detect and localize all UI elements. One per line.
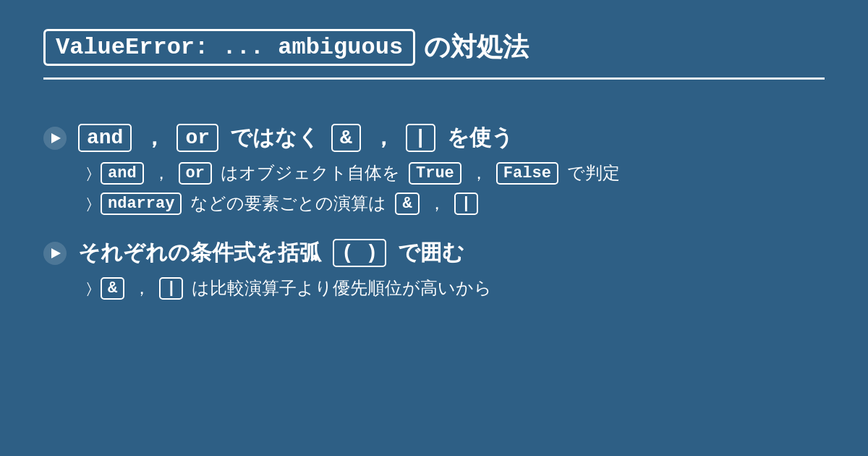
- main-item-2: それぞれの条件式を括弧 ( ) で囲む 〉 & ， | は比較演算子より優先順位…: [43, 238, 825, 300]
- content: and ， or ではなく & ， | を使う 〉 and ， or はオブジェ…: [43, 123, 825, 300]
- sub-row-1-1: 〉 and ， or はオブジェクト自体を True ， False で判定: [87, 161, 825, 185]
- sub-code-pipe-3: |: [159, 277, 183, 300]
- text-de-kakomu: で囲む: [398, 238, 464, 268]
- code-or-1: or: [176, 124, 218, 152]
- code-amp-1: &: [331, 124, 361, 152]
- sub-row-2-1: 〉 & ， | は比較演算子より優先順位が高いから: [87, 276, 825, 300]
- main-row-1: and ， or ではなく & ， | を使う: [43, 123, 825, 153]
- sub-code-and: and: [101, 162, 144, 185]
- title-divider: [43, 77, 825, 80]
- chevron-outline-icon-2-1: 〉: [87, 280, 92, 297]
- code-and-1: and: [78, 124, 132, 152]
- sub-items-1: 〉 and ， or はオブジェクト自体を True ， False で判定 〉…: [43, 161, 825, 215]
- sub-code-or: or: [179, 162, 212, 185]
- title-section: ValueError: ... ambiguous の対処法: [43, 29, 825, 80]
- chevron-filled-icon-2: [43, 242, 67, 265]
- chevron-outline-icon-1-2: 〉: [87, 195, 92, 212]
- text-comma-2: ，: [373, 123, 394, 153]
- code-parens: ( ): [333, 239, 386, 267]
- main-row-2: それぞれの条件式を括弧 ( ) で囲む: [43, 238, 825, 268]
- code-pipe-1: |: [406, 124, 435, 152]
- sub-row-1-2: 〉 ndarray などの要素ごとの演算は & ， |: [87, 192, 825, 215]
- sub-code-true: True: [409, 162, 461, 185]
- text-dehanaku: ではなく: [230, 123, 320, 153]
- sub-code-amp-2: &: [395, 193, 419, 215]
- title-text: の対処法: [424, 30, 529, 65]
- sub-code-ndarray: ndarray: [101, 193, 182, 215]
- main-item-1: and ， or ではなく & ， | を使う 〉 and ， or はオブジェ…: [43, 123, 825, 215]
- text-sorezore: それぞれの条件式を括弧: [78, 238, 321, 268]
- title-code: ValueError: ... ambiguous: [43, 29, 415, 66]
- title-line: ValueError: ... ambiguous の対処法: [43, 29, 825, 66]
- sub-items-2: 〉 & ， | は比較演算子より優先順位が高いから: [43, 276, 825, 300]
- sub-code-amp-3: &: [101, 277, 124, 300]
- text-wo-tsukau: を使う: [447, 123, 514, 153]
- chevron-outline-icon-1-1: 〉: [87, 165, 92, 182]
- sub-code-false: False: [496, 162, 558, 185]
- sub-code-pipe-2: |: [454, 193, 478, 215]
- text-comma-1: ，: [143, 123, 165, 153]
- chevron-filled-icon-1: [43, 127, 67, 150]
